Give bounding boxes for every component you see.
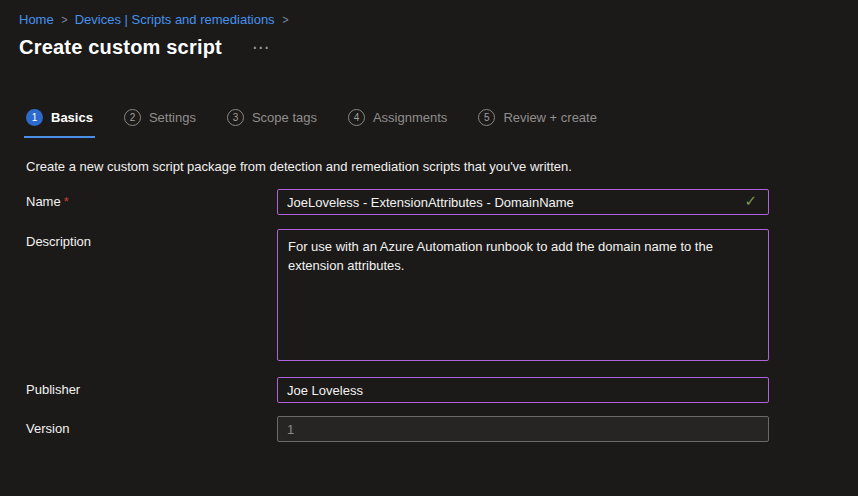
step-number-badge: 1	[26, 109, 43, 126]
version-input	[277, 416, 769, 442]
page-title-row: Create custom script ⋯	[19, 36, 858, 59]
step-label: Scope tags	[252, 110, 317, 125]
basics-form: Name* ✓ Description For use with an Azur…	[26, 189, 858, 442]
name-row: Name* ✓	[26, 189, 858, 215]
chevron-right-icon: >	[61, 12, 67, 27]
name-label-text: Name	[26, 194, 61, 209]
publisher-label: Publisher	[26, 377, 277, 397]
breadcrumb-link-home[interactable]: Home	[19, 12, 54, 27]
tab-scope-tags[interactable]: 3 Scope tags	[225, 109, 319, 138]
wizard-steps: 1 Basics 2 Settings 3 Scope tags 4 Assig…	[24, 109, 858, 138]
version-row: Version	[26, 416, 858, 442]
description-row: Description For use with an Azure Automa…	[26, 229, 858, 361]
intro-text: Create a new custom script package from …	[26, 159, 858, 175]
publisher-input[interactable]	[277, 377, 769, 403]
description-label: Description	[26, 229, 277, 249]
step-label: Assignments	[373, 110, 447, 125]
name-input[interactable]	[277, 189, 769, 215]
publisher-row: Publisher	[26, 377, 858, 403]
breadcrumb: Home > Devices | Scripts and remediation…	[0, 0, 858, 27]
breadcrumb-link-devices-scripts[interactable]: Devices | Scripts and remediations	[75, 12, 275, 27]
name-label: Name*	[26, 189, 277, 209]
description-textarea[interactable]: For use with an Azure Automation runbook…	[277, 229, 769, 361]
page-title: Create custom script	[19, 36, 222, 59]
tab-review-create[interactable]: 5 Review + create	[476, 109, 599, 138]
tab-basics[interactable]: 1 Basics	[24, 109, 95, 138]
more-menu-icon[interactable]: ⋯	[248, 41, 274, 55]
step-number-badge: 2	[124, 109, 141, 126]
step-number-badge: 3	[227, 109, 244, 126]
tab-settings[interactable]: 2 Settings	[122, 109, 198, 138]
version-label: Version	[26, 416, 277, 436]
chevron-right-icon: >	[282, 12, 288, 27]
step-number-badge: 4	[348, 109, 365, 126]
step-number-badge: 5	[478, 109, 495, 126]
step-label: Review + create	[503, 110, 597, 125]
required-asterisk: *	[64, 194, 69, 209]
step-label: Settings	[149, 110, 196, 125]
tab-assignments[interactable]: 4 Assignments	[346, 109, 449, 138]
step-label: Basics	[51, 110, 93, 125]
